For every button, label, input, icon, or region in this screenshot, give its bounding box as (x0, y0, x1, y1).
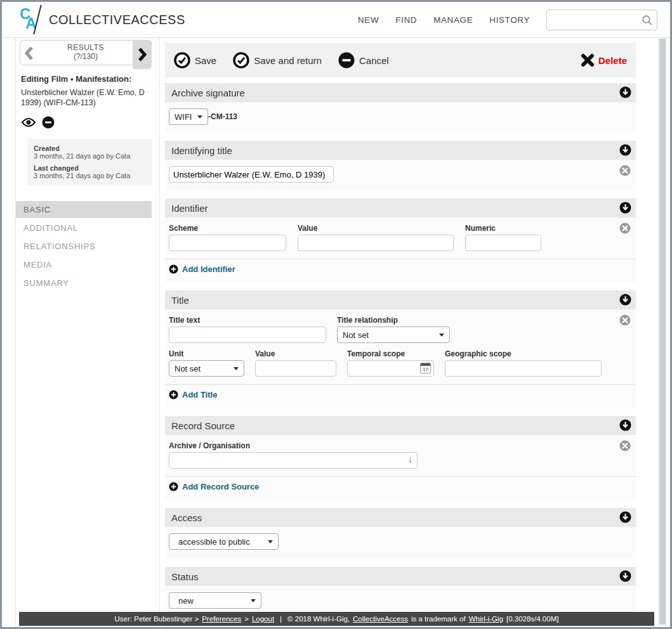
save-and-return-button[interactable]: Save and return (233, 52, 322, 68)
record-title: Unsterblicher Walzer (E.W. Emo, D 1939) … (21, 88, 148, 108)
logout-link[interactable]: Logout (252, 615, 274, 623)
next-result-button[interactable] (133, 40, 152, 69)
search-input[interactable] (546, 10, 657, 30)
footer-divider: | (280, 615, 282, 623)
collapse-section-button[interactable] (619, 294, 631, 306)
temporal-scope-label: Temporal scope (347, 349, 434, 358)
access-select[interactable]: accessible to public (169, 533, 279, 550)
sidebar-item-basic[interactable]: BASIC (16, 201, 152, 218)
identifying-title-input[interactable] (169, 166, 334, 183)
app-window: C A COLLECTIVEACCESS NEW FIND MANAGE HIS… (0, 0, 672, 629)
clear-field-button[interactable] (619, 165, 631, 176)
nav-new[interactable]: NEW (358, 15, 379, 25)
section-access: Access accessible to public (165, 508, 636, 559)
preferences-link[interactable]: Preferences (202, 615, 241, 623)
delete-button[interactable]: Delete (581, 53, 627, 67)
section-title-block: Title Title text (165, 290, 636, 408)
collectiveaccess-link[interactable]: CollectiveAccess (353, 615, 408, 623)
top-header: C A COLLECTIVEACCESS NEW FIND MANAGE HIS… (2, 2, 670, 38)
lookup-arrow-icon[interactable]: ↓ (408, 454, 412, 464)
editor-toolbar-bottom: Save Save and return (165, 626, 636, 629)
collapse-section-button[interactable] (619, 86, 631, 98)
search-icon[interactable] (642, 15, 653, 26)
check-circle-icon (174, 52, 190, 68)
x-mark-icon (581, 53, 595, 67)
archive-organisation-input[interactable] (169, 452, 418, 469)
section-title: Access (171, 512, 202, 523)
sidebar-item-media[interactable]: MEDIA (16, 256, 152, 273)
x-circle-icon (619, 314, 631, 326)
value-input[interactable] (298, 235, 454, 251)
unit-select[interactable]: Not set (169, 360, 244, 377)
minus-circle-icon (338, 52, 355, 68)
preview-record-button[interactable] (21, 117, 36, 127)
section-title: Archive signature (171, 88, 245, 98)
collapse-section-button[interactable] (619, 202, 631, 214)
plus-circle-icon (169, 390, 178, 399)
plus-circle-icon (169, 264, 178, 274)
title-relationship-label: Title relationship (337, 316, 450, 325)
last-changed-value: 3 months, 21 days ago by Cata (34, 172, 146, 179)
global-search (546, 10, 657, 30)
add-record-source-button[interactable]: Add Record Source (169, 482, 259, 491)
section-status: Status new (165, 567, 636, 618)
footer-copyright: © 2018 Whirl-i-Gig, (287, 615, 350, 623)
signature-suffix: -CM-113 (208, 112, 237, 121)
vertical-scrollbar[interactable] (659, 39, 666, 625)
arrow-down-circle-icon (619, 570, 631, 582)
whirligig-link[interactable]: Whirl-i-Gig (469, 615, 503, 623)
numeric-input[interactable] (465, 235, 541, 251)
geographic-scope-input[interactable] (445, 360, 602, 377)
editing-heading: Editing Film • Manifestation: (21, 74, 148, 84)
editor-toolbar-top: Save Save and return (165, 43, 636, 77)
status-select[interactable]: new (169, 592, 261, 609)
title-relationship-select[interactable]: Not set (337, 327, 450, 343)
scrollbar-thumb[interactable] (659, 39, 666, 625)
collapse-section-button[interactable] (619, 419, 631, 431)
nav-history[interactable]: HISTORY (489, 15, 530, 25)
add-identifier-button[interactable]: Add Identifier (169, 264, 235, 274)
arrow-down-circle-icon (619, 86, 631, 98)
footer-bar: User: Peter Bubestinger > Preferences > … (19, 612, 654, 626)
section-identifying-title: Identifying title (165, 141, 636, 190)
editor-content: Save Save and return (159, 38, 670, 629)
plus-circle-icon (169, 482, 178, 491)
collectiveaccess-logo[interactable]: C A COLLECTIVEACCESS (20, 6, 185, 33)
remove-identifier-button[interactable] (619, 223, 631, 234)
left-sidebar: RESULTS (?/130) Editing Film • Manifesta… (15, 38, 152, 629)
add-title-button[interactable]: Add Title (169, 390, 217, 399)
nav-find[interactable]: FIND (395, 15, 417, 25)
results-count: (?/130) (20, 52, 151, 61)
scheme-label: Scheme (169, 224, 286, 233)
x-circle-icon (619, 440, 631, 451)
remove-title-button[interactable] (619, 314, 631, 326)
sidebar-item-summary[interactable]: SUMMARY (16, 275, 152, 292)
save-button[interactable]: Save (174, 52, 216, 68)
title-value-input[interactable] (255, 360, 336, 377)
x-circle-icon (619, 223, 631, 234)
archive-signature-select[interactable]: WIFI (169, 108, 208, 125)
results-navigator: RESULTS (?/130) (20, 40, 152, 65)
remove-record-source-button[interactable] (619, 440, 631, 451)
eye-icon (21, 117, 36, 127)
previous-result-button[interactable] (23, 46, 35, 63)
cancel-button[interactable]: Cancel (338, 52, 389, 68)
chevron-left-icon (23, 46, 35, 61)
title-text-input[interactable] (169, 327, 326, 343)
arrow-down-circle-icon (619, 144, 631, 156)
collapse-section-button[interactable] (619, 144, 631, 156)
scheme-input[interactable] (169, 235, 286, 251)
collapse-section-button[interactable] (619, 511, 631, 523)
sidebar-item-relationships[interactable]: RELATIONSHIPS (16, 238, 152, 255)
sidebar-item-additional[interactable]: ADDITIONAL (16, 219, 152, 237)
calendar-icon[interactable]: 17 (420, 363, 431, 373)
collapse-section-button[interactable] (619, 570, 631, 582)
title-value-label: Value (255, 349, 336, 358)
section-title: Identifier (171, 203, 208, 214)
minus-circle-icon (42, 116, 55, 129)
section-record-source: Record Source Archive / Organisation (165, 416, 636, 500)
remove-from-results-button[interactable] (42, 116, 55, 129)
footer-user: User: Peter Bubestinger > (115, 615, 199, 623)
check-circle-icon (233, 52, 249, 68)
nav-manage[interactable]: MANAGE (433, 15, 473, 25)
